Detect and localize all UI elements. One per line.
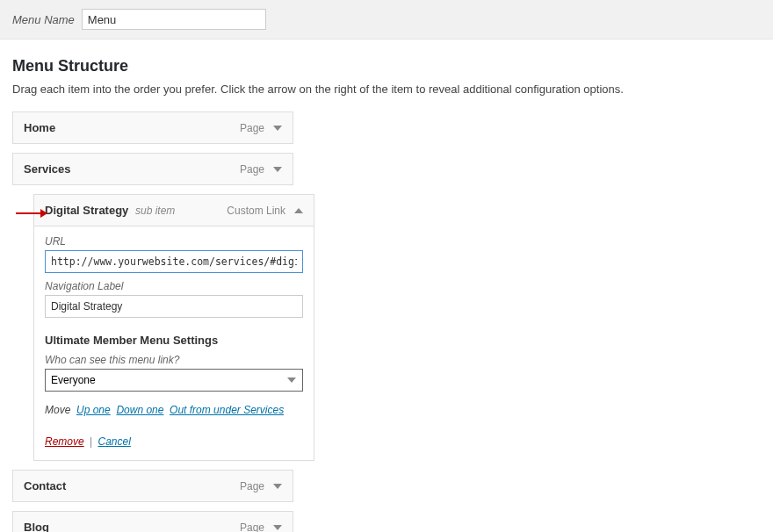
chevron-down-icon[interactable] (273, 525, 282, 530)
menu-item-title: Digital Strategy sub item (45, 204, 175, 217)
menu-item-title: Blog (24, 521, 49, 532)
move-up-link[interactable]: Up one (76, 404, 111, 416)
menu-item-expanded: Digital Strategy sub item Custom Link UR… (33, 194, 761, 461)
menu-item-title: Services (24, 162, 71, 176)
who-can-see-label: Who can see this menu link? (45, 354, 303, 366)
svg-marker-1 (40, 209, 47, 218)
menu-item-type: Custom Link (227, 205, 285, 217)
chevron-up-icon[interactable] (294, 208, 303, 213)
move-label: Move (45, 404, 70, 416)
menu-structure-panel: Menu Structure Drag each item into the o… (0, 40, 773, 532)
menu-item-type: Page (240, 163, 264, 176)
menu-item-type: Page (240, 480, 264, 492)
move-out-link[interactable]: Out from under Services (170, 404, 284, 416)
menu-item-settings: URL Navigation Label Ultimate Member Men… (33, 226, 314, 461)
menu-name-bar: Menu Name (0, 0, 773, 40)
menu-item-title: Home (24, 121, 55, 134)
menu-item[interactable]: Services Page (12, 153, 761, 185)
menu-item[interactable]: Blog Page (12, 511, 761, 532)
url-label: URL (45, 235, 303, 248)
menu-item[interactable]: Contact Page (12, 470, 761, 502)
um-settings-heading: Ultimate Member Menu Settings (45, 334, 303, 347)
arrow-indicator-icon (16, 208, 47, 219)
nav-label-input[interactable] (45, 295, 303, 318)
menu-item[interactable]: Home Page (12, 111, 761, 144)
move-row: Move Up one Down one Out from under Serv… (45, 404, 303, 416)
url-input[interactable] (45, 250, 303, 273)
chevron-down-icon[interactable] (273, 484, 282, 489)
instructions-text: Drag each item into the order you prefer… (12, 83, 761, 96)
sub-item-label: sub item (135, 205, 175, 217)
menu-structure-heading: Menu Structure (12, 57, 761, 75)
remove-link[interactable]: Remove (45, 435, 84, 448)
menu-name-input[interactable] (82, 9, 266, 30)
move-down-link[interactable]: Down one (116, 404, 163, 416)
menu-name-label: Menu Name (12, 13, 75, 26)
menu-item-title: Contact (24, 479, 66, 492)
chevron-down-icon[interactable] (273, 126, 282, 131)
cancel-link[interactable]: Cancel (98, 435, 131, 448)
chevron-down-icon[interactable] (273, 167, 282, 172)
divider: | (90, 435, 92, 448)
action-row: Remove | Cancel (45, 435, 303, 448)
menu-item-type: Page (240, 521, 264, 533)
menu-item-type: Page (240, 122, 264, 134)
nav-label-label: Navigation Label (45, 280, 303, 292)
who-can-see-select[interactable]: Everyone (45, 369, 303, 392)
menu-item[interactable]: Digital Strategy sub item Custom Link (33, 194, 314, 226)
